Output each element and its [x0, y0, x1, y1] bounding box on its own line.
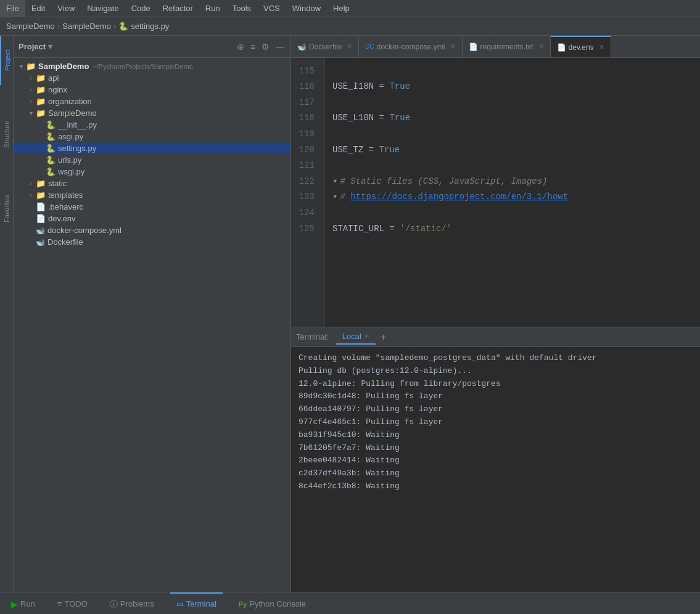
tab-requirements-close[interactable]: ✕ [538, 43, 544, 51]
terminal-area: Terminal: Local ✕ + Creating volume "sam… [291, 327, 700, 592]
tab-requirements[interactable]: 📄 requirements.txt ✕ [463, 36, 551, 57]
tree-item-wsgi[interactable]: 🐍 wsgi.py [14, 166, 290, 178]
tab-devenv-close[interactable]: ✕ [599, 43, 604, 51]
tree-item-api[interactable]: › 📁 api [14, 72, 290, 84]
breadcrumb-current[interactable]: 🐍settings.py [118, 22, 169, 31]
tree-item-static[interactable]: › 📁 static [14, 178, 290, 189]
side-tab-favorites[interactable]: Favorites [1, 184, 13, 233]
tree-item-docker-compose[interactable]: › 🐋 docker-compose.yml [14, 224, 290, 236]
python-icon-wsgi: 🐍 [46, 167, 56, 176]
todo-icon: ≡ [57, 599, 62, 608]
tree-root[interactable]: ▾ 📁 SampleDemo ~/PycharmProjects/SampleD… [14, 60, 290, 72]
breadcrumb-root[interactable]: SampleDemo [6, 22, 55, 31]
tree-item-organization[interactable]: › 📁 organization [14, 96, 290, 107]
tab-devenv-label: dev.env [569, 43, 594, 52]
tab-dockerfile[interactable]: 🐋 Dockerfile ✕ [291, 36, 359, 57]
tree-item-nginx[interactable]: › 📁 nginx [14, 84, 290, 96]
tree-label-templates: templates [48, 190, 83, 200]
line-num-122: 122 [291, 173, 319, 189]
line-numbers: 115 116 117 118 119 120 121 122 123 124 … [291, 58, 325, 327]
bottom-tab-problems-label: Problems [120, 599, 154, 608]
tree-item-asgi[interactable]: 🐍 asgi.py [14, 131, 290, 142]
tree-item-behaverc[interactable]: › 📄 .behaverc [14, 201, 290, 213]
menu-tools[interactable]: Tools [226, 0, 257, 17]
folder-icon-nginx: 📁 [36, 85, 46, 94]
bottom-tab-problems[interactable]: ⓘ Problems [104, 592, 160, 614]
side-tab-structure[interactable]: Structure [1, 110, 13, 159]
tree-item-urls[interactable]: 🐍 urls.py [14, 154, 290, 166]
project-panel-icons: ⊕ ≡ ⚙ — [236, 41, 286, 53]
bottom-tab-todo[interactable]: ≡ TODO [51, 592, 94, 614]
bottom-tab-terminal-label: Terminal [186, 599, 216, 608]
tab-dockerfile-close[interactable]: ✕ [347, 43, 352, 51]
tree-item-init[interactable]: 🐍 __init__.py [14, 119, 290, 131]
bottom-tab-run[interactable]: ▶ Run [5, 592, 41, 614]
python-icon-asgi: 🐍 [46, 132, 56, 141]
code-editor: 115 116 117 118 119 120 121 122 123 124 … [291, 58, 700, 327]
menu-view[interactable]: View [51, 0, 81, 17]
code-line-120: USE_TZ = True [332, 142, 693, 158]
menu-vcs[interactable]: VCS [257, 0, 286, 17]
code-line-125: STATIC_URL = '/static/' [332, 221, 693, 237]
menu-run[interactable]: Run [199, 0, 226, 17]
term-line-5: 977cf4e465c1: Pulling fs layer [299, 416, 693, 429]
code-line-118: USE_L10N = True [332, 110, 693, 126]
tree-label-organization: organization [48, 97, 92, 106]
line-num-124: 124 [291, 205, 319, 221]
close-panel-icon[interactable]: — [274, 41, 286, 53]
tree-label-nginx: nginx [48, 85, 67, 94]
terminal-label: Terminal: [296, 332, 329, 342]
collapse-all-icon[interactable]: ≡ [249, 41, 257, 53]
bottom-tab-terminal[interactable]: ▭ Terminal [170, 592, 223, 614]
file-tree: ▾ 📁 SampleDemo ~/PycharmProjects/SampleD… [14, 58, 290, 592]
line-num-118: 118 [291, 110, 319, 126]
line-num-116: 116 [291, 79, 319, 95]
menu-file[interactable]: File [0, 0, 25, 17]
terminal-tab-local-close[interactable]: ✕ [364, 332, 369, 340]
menu-refactor[interactable]: Refactor [157, 0, 199, 17]
folder-icon-templates: 📁 [36, 190, 46, 200]
menu-window[interactable]: Window [286, 0, 327, 17]
code-content[interactable]: USE_I18N = True USE_L10N = True USE_TZ =… [325, 58, 700, 327]
side-tab-project[interactable]: Project [0, 36, 14, 85]
panel-options-icon[interactable]: ⚙ [260, 41, 271, 53]
tree-arrow-root: ▾ [16, 63, 26, 70]
tab-docker-compose[interactable]: DC docker-compose.yml ✕ [359, 36, 462, 57]
terminal-tab-local[interactable]: Local ✕ [336, 329, 376, 345]
tree-item-sampledemo[interactable]: ▾ 📁 SampleDemo [14, 107, 290, 119]
run-icon: ▶ [11, 599, 18, 609]
tree-item-devenv[interactable]: › 📄 dev.env [14, 213, 290, 224]
bottom-tab-todo-label: TODO [64, 599, 87, 608]
line-num-123: 123 [291, 189, 319, 205]
menu-code[interactable]: Code [125, 0, 157, 17]
menu-edit[interactable]: Edit [25, 0, 51, 17]
tree-root-label: SampleDemo [38, 62, 89, 71]
tab-compose-close[interactable]: ✕ [450, 43, 456, 51]
tree-arrow-nginx: › [26, 86, 36, 93]
code-line-124 [332, 205, 693, 221]
terminal-content[interactable]: Creating volume "sampledemo_postgres_dat… [291, 347, 700, 592]
tree-item-dockerfile[interactable]: › 🐋 Dockerfile [14, 236, 290, 248]
tree-label-api: api [48, 73, 59, 83]
tree-item-templates[interactable]: › 📁 templates [14, 189, 290, 201]
terminal-tab-local-label: Local [342, 332, 361, 341]
term-line-10: 8c44ef2c13b8: Waiting [299, 480, 693, 493]
line-num-115: 115 [291, 63, 319, 79]
breadcrumb-parent[interactable]: SampleDemo [62, 22, 111, 31]
bottom-tab-python-console[interactable]: Py Python Console [233, 592, 312, 614]
tab-devenv[interactable]: 📄 dev.env ✕ [551, 36, 611, 57]
terminal-icon: ▭ [176, 599, 184, 608]
tree-label-static: static [48, 179, 67, 188]
tree-item-settings[interactable]: 🐍 settings.py [14, 142, 290, 154]
menu-navigate[interactable]: Navigate [81, 0, 125, 17]
tree-label-devenv: dev.env [48, 214, 76, 223]
tree-label-wsgi: wsgi.py [58, 167, 84, 176]
menu-help[interactable]: Help [327, 0, 356, 17]
folder-icon-api: 📁 [36, 73, 46, 83]
tree-arrow-sampledemo: ▾ [26, 110, 36, 117]
locate-file-icon[interactable]: ⊕ [236, 41, 245, 53]
tree-label-urls: urls.py [58, 155, 81, 165]
project-panel-header: Project ▾ ⊕ ≡ ⚙ — [14, 36, 290, 58]
bottom-tab-run-label: Run [20, 599, 35, 608]
terminal-add-button[interactable]: + [381, 332, 386, 343]
